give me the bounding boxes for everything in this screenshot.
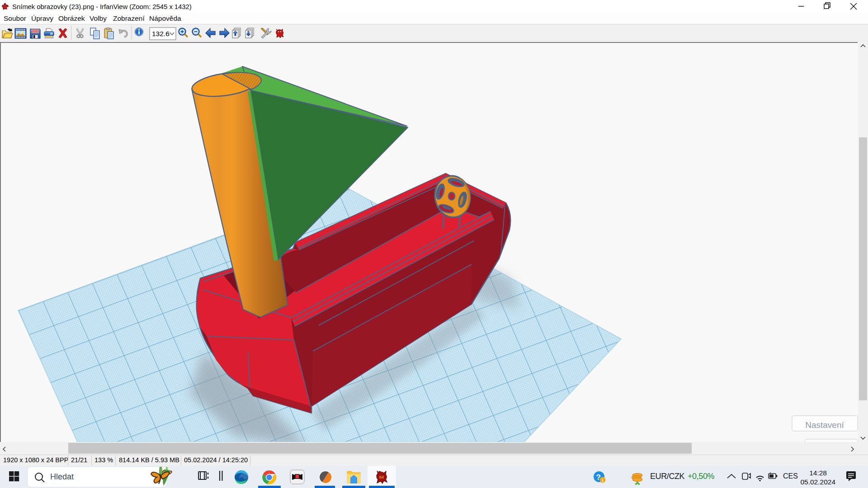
svg-text:14:28: 14:28 bbox=[809, 469, 827, 477]
svg-text:05.02.2024: 05.02.2024 bbox=[800, 478, 835, 486]
svg-text:Hledat: Hledat bbox=[50, 472, 74, 481]
svg-text:Nastavení: Nastavení bbox=[805, 420, 844, 430]
svg-text:EUR/CZK: EUR/CZK bbox=[650, 472, 685, 481]
svg-text:+0,50%: +0,50% bbox=[688, 472, 715, 481]
svg-text:64: 64 bbox=[379, 475, 384, 479]
svg-text:i: i bbox=[602, 478, 603, 483]
svg-text:132.6: 132.6 bbox=[152, 30, 170, 38]
svg-text:CES: CES bbox=[783, 472, 798, 480]
